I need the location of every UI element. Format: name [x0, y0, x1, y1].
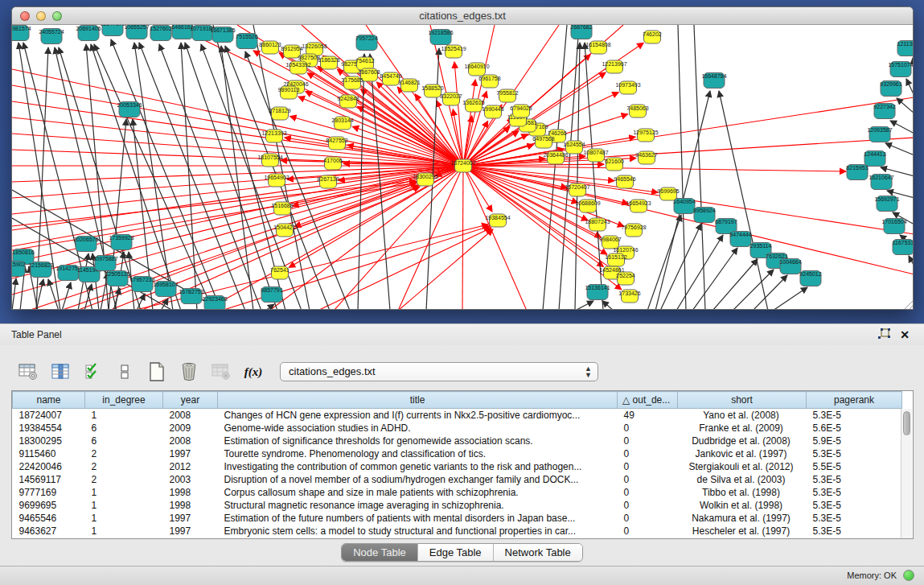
table-cell: Estimation of the future numbers of pati…: [218, 512, 618, 525]
node-label: 1167533: [893, 240, 914, 245]
table-row[interactable]: 1872400712008Changes of HCN gene express…: [13, 409, 902, 422]
node-label: 19218586: [428, 30, 453, 35]
select-all-icon[interactable]: [82, 361, 103, 382]
column-header-short[interactable]: short: [678, 392, 807, 409]
window-titlebar[interactable]: citations_edges.txt: [12, 7, 913, 25]
column-header-outde[interactable]: △ out_de...: [618, 392, 678, 409]
function-builder-icon[interactable]: f(x): [243, 361, 264, 382]
node-label: 16210647: [869, 175, 893, 180]
table-row[interactable]: 1830029562008Estimation of significance …: [13, 435, 902, 447]
node-label: 7955812: [496, 90, 518, 96]
column-header-name[interactable]: name: [13, 392, 85, 409]
cytoscape-desktop: citations_edges.txt 23981574240557242069…: [0, 0, 924, 585]
delete-column-icon[interactable]: [179, 361, 199, 382]
column-header-year[interactable]: year: [163, 392, 218, 409]
window-title: citations_edges.txt: [12, 10, 913, 22]
table-row[interactable]: 946362711997Embryonic stem cells: a mode…: [13, 525, 902, 538]
table-row[interactable]: 1938455462009Genome-wide association stu…: [13, 422, 902, 435]
node-label: 9857791: [261, 287, 282, 293]
table-cell: 1998: [163, 499, 218, 512]
table-cell: 5.5E-5: [807, 460, 902, 473]
node-label: 746202: [643, 31, 661, 37]
node-label: 23981574: [12, 26, 31, 31]
table-cell: 2003: [163, 473, 218, 486]
table-selector-dropdown[interactable]: citations_edges.txt ▲▼: [280, 362, 598, 381]
table-scrollbar[interactable]: [901, 409, 912, 538]
close-panel-icon[interactable]: ✕: [900, 329, 910, 340]
tab-node-table[interactable]: Node Table: [342, 544, 418, 561]
table-cell: 5.3E-5: [807, 473, 902, 486]
network-canvas[interactable]: 2398157424055724206914061884717910655257…: [12, 25, 914, 310]
status-bar: Memory: OK: [0, 566, 924, 585]
node-label: 18847179: [100, 25, 125, 27]
node-label: 9827509: [298, 55, 319, 60]
scrollbar-thumb[interactable]: [903, 411, 910, 435]
column-header-pagerank[interactable]: pagerank: [807, 392, 902, 409]
tab-network-table[interactable]: Network Table: [494, 544, 582, 561]
node-label: 6879197: [715, 219, 737, 225]
node-label: 1850816: [12, 249, 34, 255]
table-settings-icon[interactable]: [18, 361, 39, 382]
table-cell: Corpus callosum shape and size in male p…: [218, 486, 618, 499]
node-label: 7632621: [766, 253, 787, 259]
table-cell: 0: [618, 422, 678, 435]
table-cell: 19384554: [13, 422, 85, 435]
table-row[interactable]: 946554611997Estimation of the future num…: [13, 512, 902, 525]
table-row[interactable]: 1456911722003Disruption of a novel membe…: [13, 473, 902, 486]
node-label: 9227342: [873, 104, 895, 109]
node-label: 1588520: [421, 85, 443, 91]
column-header-title[interactable]: title: [218, 392, 618, 409]
node-label: 754612: [355, 58, 374, 64]
node-label: 9699695: [657, 188, 679, 194]
table-row[interactable]: 977716911998Corpus callosum shape and si…: [13, 486, 902, 499]
table-cell: 22420046: [13, 460, 85, 473]
table-panel: Table Panel ✕: [0, 323, 924, 566]
unselect-all-icon[interactable]: [114, 361, 135, 382]
node-label: 1004664: [779, 259, 801, 265]
node-label: 16782753: [179, 289, 203, 295]
node-label: 16154808: [585, 42, 610, 47]
node-label: 17359928: [109, 235, 133, 241]
node-label: 15751074: [888, 62, 913, 68]
column-visibility-icon[interactable]: [50, 361, 71, 382]
node-label: 19384554: [485, 215, 510, 220]
node-label: 9465546: [614, 176, 635, 182]
table-cell: 9699695: [13, 499, 85, 512]
node-label: 621600: [605, 159, 623, 164]
memory-status-label: Memory: OK: [847, 571, 897, 580]
node-label: 18107554: [257, 154, 282, 160]
float-panel-icon[interactable]: [877, 328, 890, 340]
node-label: 12213967: [602, 61, 626, 67]
table-cell: 18724007: [13, 409, 85, 422]
table-cell: Embryonic stem cells: a model to study s…: [218, 525, 618, 538]
table-cell: Genome-wide association studies in ADHD.: [218, 422, 618, 435]
table-tabbar: Node TableEdge TableNetwork Table: [0, 543, 924, 562]
tab-edge-table[interactable]: Edge Table: [418, 544, 494, 561]
node-label: 1640954: [673, 199, 695, 204]
network-node[interactable]: [102, 25, 123, 36]
table-cell: 2008: [163, 435, 218, 447]
node-label: 16654923: [626, 200, 651, 206]
node-label: 19654903: [264, 175, 289, 180]
node-label: 1362615: [462, 100, 484, 105]
table-row[interactable]: 2242004622012Investigating the contribut…: [13, 460, 902, 473]
node-label: 3315902: [12, 262, 26, 267]
node-label: 417006: [323, 158, 342, 163]
node-label: 1504421: [273, 225, 295, 230]
node-label: 6794028: [510, 105, 532, 111]
node-label: 16648784: [701, 73, 726, 79]
node-label: 2687682: [570, 25, 592, 30]
node-label: 20053346: [117, 102, 142, 108]
table-cell: 5.3E-5: [807, 499, 902, 512]
column-header-indegree[interactable]: in_degree: [85, 392, 163, 409]
new-column-icon[interactable]: [146, 361, 167, 382]
table-cell: 2009: [163, 422, 218, 435]
table-row[interactable]: 969969511998Structural magnetic resonanc…: [13, 499, 902, 512]
table-cell: 1: [85, 512, 163, 525]
node-label: 12975125: [633, 130, 658, 135]
table-row[interactable]: 911546021997Tourette syndrome. Phenomeno…: [13, 447, 902, 460]
node-label: 762541: [270, 267, 289, 273]
node-label: 12923468: [202, 296, 227, 302]
table-cell: 0: [618, 512, 678, 525]
table-cell: 5.6E-5: [807, 422, 902, 435]
